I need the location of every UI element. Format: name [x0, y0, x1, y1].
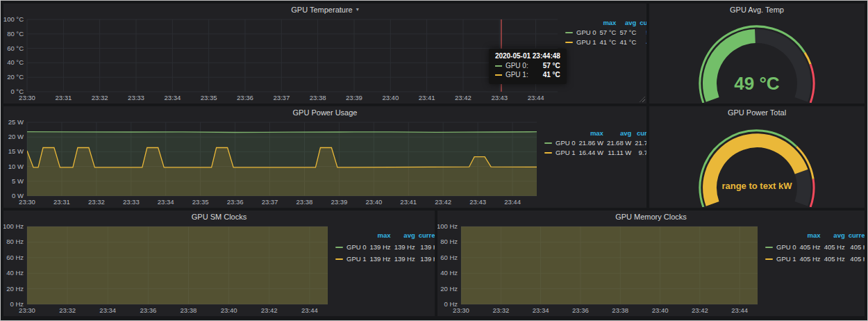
legend-series-name[interactable]: GPU 1: [541, 147, 576, 157]
legend-value-current: 9.79 W: [631, 147, 646, 157]
panel-title-gpu-avg-temp[interactable]: GPU Avg. Temp: [649, 3, 865, 15]
svg-text:100 Hz: 100 Hz: [437, 222, 458, 230]
gpu-power-usage-plot[interactable]: 23:3023:3123:3223:3323:3423:3523:3623:37…: [3, 118, 541, 207]
gpu-memory-clocks-chart[interactable]: 23:3023:3223:3423:3623:3823:4023:4223:44…: [437, 222, 762, 316]
legend-row: GPU 0139 Hz139 Hz139 Hz: [332, 241, 435, 253]
svg-text:10 W: 10 W: [8, 163, 24, 170]
svg-text:23:34: 23:34: [533, 306, 549, 314]
svg-text:23:35: 23:35: [192, 198, 209, 206]
svg-text:20 Hz: 20 Hz: [6, 285, 24, 293]
legend-header-row: maxavgcurrent: [541, 128, 646, 138]
legend-header-max[interactable]: max: [367, 229, 391, 241]
legend-value-avg: 21.68 W: [603, 138, 631, 147]
svg-text:80 Hz: 80 Hz: [440, 238, 458, 245]
chevron-down-icon[interactable]: ▾: [356, 6, 359, 13]
legend-header-max[interactable]: max: [796, 229, 821, 241]
svg-text:23:36: 23:36: [227, 198, 244, 206]
legend-header-avg[interactable]: avg: [821, 229, 845, 241]
svg-text:23:31: 23:31: [53, 198, 70, 206]
gpu-power-total-gauge: range to text kW: [649, 118, 865, 208]
gpu-temperature-plot[interactable]: 23:3023:3123:3223:3323:3423:3523:3623:37…: [3, 15, 562, 103]
svg-text:60 °C: 60 °C: [7, 44, 24, 52]
series-swatch-icon: [544, 142, 552, 144]
svg-text:23:32: 23:32: [59, 306, 76, 314]
panel-title-gpu-sm-clocks[interactable]: GPU SM Clocks: [3, 211, 435, 222]
svg-text:23:41: 23:41: [419, 94, 435, 101]
svg-text:23:38: 23:38: [181, 306, 197, 314]
legend-value-max: 139 Hz: [367, 253, 391, 265]
svg-text:23:32: 23:32: [92, 94, 108, 101]
svg-text:23:42: 23:42: [455, 94, 471, 101]
legend-header-current[interactable]: current: [845, 229, 865, 241]
gpu-temperature-chart[interactable]: 23:3023:3123:3223:3323:3423:3523:3623:37…: [3, 15, 562, 104]
svg-text:100 Hz: 100 Hz: [3, 222, 24, 230]
legend-table: maxavgcurrentGPU 0405 Hz405 Hz405 HzGPU …: [762, 229, 865, 265]
gpu-sm-clocks-chart[interactable]: 23:3023:3223:3423:3623:3823:4023:4223:44…: [3, 222, 332, 316]
svg-text:23:32: 23:32: [492, 306, 509, 314]
legend-header-current[interactable]: current: [636, 17, 646, 27]
svg-text:23:34: 23:34: [164, 94, 181, 101]
tooltip-series-name: GPU 0:: [506, 62, 528, 69]
svg-text:60 Hz: 60 Hz: [440, 254, 458, 261]
tooltip-series-value: 41 °C: [535, 71, 560, 79]
legend-header-current[interactable]: current: [631, 128, 646, 138]
svg-text:23:37: 23:37: [273, 94, 290, 101]
gpu-memory-clocks-plot[interactable]: 23:3023:3223:3423:3623:3823:4023:4223:44…: [437, 222, 762, 315]
legend-value-avg: 57 °C: [616, 27, 636, 37]
legend-header-avg[interactable]: avg: [616, 17, 636, 27]
svg-text:80 Hz: 80 Hz: [6, 238, 24, 245]
svg-text:0 Hz: 0 Hz: [444, 300, 458, 308]
legend-gpu-power-usage: maxavgcurrentGPU 021.86 W21.68 W21.77 WG…: [541, 118, 646, 208]
tooltip-series-dash-icon: [495, 74, 502, 76]
legend-header-max[interactable]: max: [596, 17, 617, 27]
legend-series-name[interactable]: GPU 0: [332, 241, 367, 253]
svg-text:23:44: 23:44: [301, 306, 318, 314]
legend-series-name[interactable]: GPU 0: [762, 241, 796, 253]
svg-text:23:32: 23:32: [88, 198, 105, 206]
svg-text:40 Hz: 40 Hz: [440, 269, 458, 277]
gpu-power-total-gauge-svg: range to text kW: [650, 118, 864, 207]
panel-title-gpu-memory-clocks[interactable]: GPU Memory Clocks: [437, 211, 865, 222]
svg-text:23:33: 23:33: [123, 198, 140, 206]
svg-text:23:44: 23:44: [504, 198, 521, 206]
gpu-power-usage-chart[interactable]: 23:3023:3123:3223:3323:3423:3523:3623:37…: [3, 118, 541, 208]
svg-text:23:33: 23:33: [128, 94, 144, 101]
svg-text:23:40: 23:40: [652, 306, 669, 314]
legend-header-avg[interactable]: avg: [603, 128, 631, 138]
legend-series-name[interactable]: GPU 0: [541, 138, 576, 147]
svg-text:23:38: 23:38: [310, 94, 326, 101]
svg-text:100 °C: 100 °C: [3, 15, 24, 23]
legend-value-max: 21.86 W: [576, 138, 603, 147]
panel-title-text: GPU SM Clocks: [192, 213, 247, 221]
legend-header-row: maxavgcurrent: [762, 229, 865, 241]
svg-text:60 Hz: 60 Hz: [6, 254, 24, 261]
tooltip-timestamp: 2020-05-01 23:44:48: [495, 52, 560, 60]
legend-series-name[interactable]: GPU 1: [562, 37, 596, 47]
svg-text:23:44: 23:44: [528, 94, 544, 101]
legend-header-row: maxavgcurrent: [562, 17, 646, 27]
tooltip-row: GPU 0:57 °C: [495, 62, 560, 69]
legend-series-name[interactable]: GPU 1: [332, 253, 367, 265]
legend-header-avg[interactable]: avg: [391, 229, 415, 241]
panel-title-gpu-power-usage[interactable]: GPU Power Usage: [3, 106, 646, 118]
legend-row: GPU 1139 Hz139 Hz139 Hz: [332, 253, 435, 265]
svg-text:20 W: 20 W: [8, 133, 24, 140]
legend-series-name[interactable]: GPU 1: [762, 253, 796, 265]
legend-gpu-temperature: maxavgcurrentGPU 057 °C57 °C57 °CGPU 141…: [562, 15, 646, 104]
legend-row: GPU 141 °C41 °C41 °C: [562, 37, 646, 47]
gpu-sm-clocks-plot[interactable]: 23:3023:3223:3423:3623:3823:4023:4223:44…: [3, 222, 332, 315]
panel-title-gpu-temperature[interactable]: GPU Temperature ▾: [3, 3, 646, 15]
legend-value-avg: 41 °C: [616, 37, 636, 47]
legend-row: GPU 1405 Hz405 Hz405 Hz: [762, 253, 865, 265]
legend-row: GPU 0405 Hz405 Hz405 Hz: [762, 241, 865, 253]
svg-text:80 °C: 80 °C: [7, 30, 24, 38]
legend-value-avg: 139 Hz: [391, 253, 415, 265]
legend-header-current[interactable]: current: [415, 229, 435, 241]
chart-tooltip: 2020-05-01 23:44:48 GPU 0:57 °CGPU 1:41 …: [489, 49, 567, 84]
legend-header-max[interactable]: max: [576, 128, 603, 138]
panel-title-gpu-power-total[interactable]: GPU Power Total: [649, 106, 865, 118]
svg-text:20 °C: 20 °C: [7, 73, 24, 81]
svg-text:0 °C: 0 °C: [10, 88, 24, 95]
dashboard-row-2: GPU Power Usage 23:3023:3123:3223:3323:3…: [3, 106, 865, 208]
legend-series-name[interactable]: GPU 0: [562, 27, 596, 37]
